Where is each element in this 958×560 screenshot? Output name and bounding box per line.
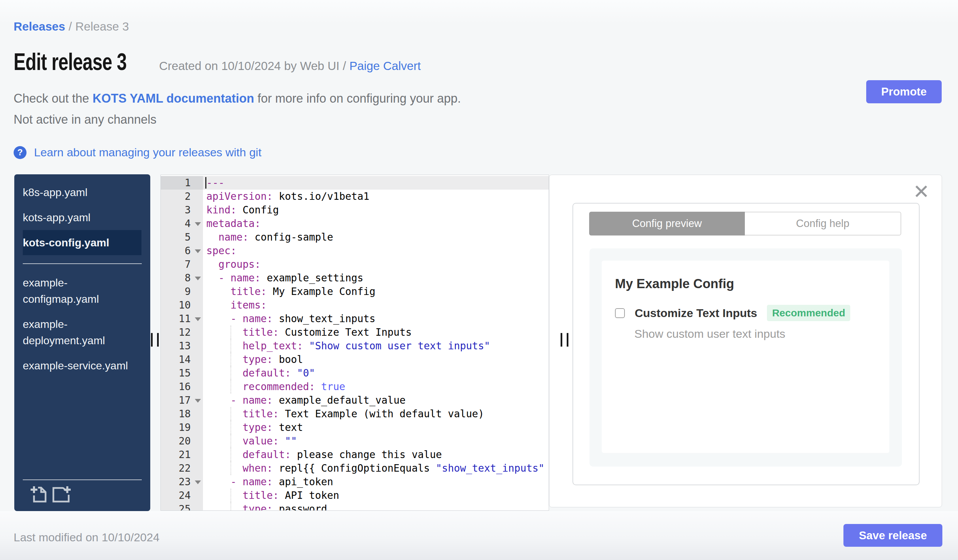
code-line-14: type: bool [203, 353, 549, 366]
gutter-line-15: 15 [161, 366, 203, 380]
gutter-line-18: 18 [161, 407, 203, 421]
promote-button[interactable]: Promote [866, 80, 942, 103]
created-text: Created on 10/10/2024 by Web UI / [159, 59, 349, 73]
save-release-button[interactable]: Save release [844, 524, 942, 547]
gutter-line-5: 5 [161, 230, 203, 244]
code-line-17: - name: example_default_value [203, 394, 549, 407]
gutter-line-21: 21 [161, 448, 203, 462]
channel-status-text: Not active in any channels [14, 112, 156, 127]
code-line-10: items: [203, 298, 549, 312]
file-tree-item-k8s-app.yaml[interactable]: k8s-app.yaml [23, 180, 141, 205]
file-tree-item-example-deployment.yaml[interactable]: example-deployment.yaml [23, 312, 141, 353]
code-line-24: title: API token [203, 489, 549, 502]
fold-toggle-icon[interactable] [195, 399, 201, 403]
editor-caret [205, 177, 206, 188]
file-tree-sidebar: k8s-app.yamlkots-app.yamlkots-config.yam… [14, 174, 150, 511]
file-tree-item-kots-config.yaml[interactable]: kots-config.yaml [23, 230, 141, 255]
gutter-line-6: 6 [161, 244, 203, 258]
yaml-editor[interactable]: 1234567891011121314151617181920212223242… [160, 175, 549, 511]
docs-hint-suffix: for more info on configuring your app. [254, 92, 461, 105]
code-line-12: title: Customize Text Inputs [203, 326, 549, 339]
tab-config-preview[interactable]: Config preview [589, 212, 745, 236]
code-line-1: --- [203, 176, 549, 190]
file-tree-divider [23, 263, 142, 264]
code-line-25: type: password [203, 502, 549, 511]
file-name: k8s-app.yaml [23, 184, 87, 201]
config-group-title: My Example Config [615, 277, 734, 291]
handle-bar [561, 333, 562, 346]
handle-bar [151, 333, 153, 346]
code-line-20: value: "" [203, 434, 549, 448]
fold-toggle-icon[interactable] [195, 277, 201, 280]
created-author-link[interactable]: Paige Calvert [349, 59, 421, 73]
code-line-7: groups: [203, 258, 549, 271]
gutter-line-2: 2 [161, 190, 203, 203]
config-preview-box: Config preview Config help My Example Co… [573, 203, 920, 485]
file-name: example-deployment.yaml [23, 316, 135, 349]
gutter-line-9: 9 [161, 285, 203, 298]
file-name: kots-config.yaml [23, 234, 109, 251]
title-row: Edit release 3 Created on 10/10/2024 by … [14, 48, 421, 76]
fold-toggle-icon[interactable] [195, 222, 201, 226]
gutter-line-19: 19 [161, 421, 203, 434]
gutter-line-22: 22 [161, 462, 203, 475]
breadcrumb: Releases/Release 3 [14, 20, 129, 33]
config-item-row: Customize Text Inputs Recommended [615, 305, 850, 321]
fold-toggle-icon[interactable] [195, 317, 201, 321]
gutter-line-20: 20 [161, 434, 203, 448]
code-line-9: title: My Example Config [203, 285, 549, 298]
new-folder-icon[interactable] [51, 485, 71, 504]
code-line-22: when: repl{{ ConfigOptionEquals "show_te… [203, 462, 549, 475]
file-name: example-service.yaml [23, 358, 128, 374]
file-tree-item-kots-app.yaml[interactable]: kots-app.yaml [23, 205, 141, 230]
gutter-line-3: 3 [161, 203, 203, 217]
fold-toggle-icon[interactable] [195, 250, 201, 253]
gutter-line-12: 12 [161, 326, 203, 339]
pane-resize-handle-left[interactable] [151, 333, 159, 346]
gutter-line-17: 17 [161, 394, 203, 407]
gutter-line-11: 11 [161, 312, 203, 326]
file-tree-footer-divider [23, 479, 142, 480]
file-tree-item-example-service.yaml[interactable]: example-service.yaml [23, 353, 141, 378]
file-name: example-configmap.yaml [23, 275, 135, 307]
config-item-label: Customize Text Inputs [635, 307, 757, 320]
code-line-21: default: please change this value [203, 448, 549, 462]
code-line-13: help_text: "Show custom user text inputs… [203, 339, 549, 353]
code-line-19: type: text [203, 421, 549, 434]
breadcrumb-releases-link[interactable]: Releases [14, 20, 65, 33]
pane-resize-handle-right[interactable] [561, 333, 568, 346]
handle-bar [157, 333, 159, 346]
new-file-icon[interactable] [30, 485, 47, 504]
docs-hint-prefix: Check out the [14, 92, 92, 105]
handle-bar [567, 333, 568, 346]
docs-hint-line: Check out the KOTS YAML documentation fo… [14, 92, 461, 106]
code-line-15: default: "0" [203, 366, 549, 380]
tab-config-help[interactable]: Config help [745, 212, 901, 236]
created-line: Created on 10/10/2024 by Web UI / Paige … [159, 59, 421, 73]
gutter-line-8: 8 [161, 271, 203, 285]
code-line-2: apiVersion: kots.io/v1beta1 [203, 190, 549, 203]
code-line-8: - name: example_settings [203, 271, 549, 285]
recommended-badge: Recommended [767, 305, 850, 321]
fold-toggle-icon[interactable] [195, 481, 201, 484]
learn-git-link[interactable]: Learn about managing your releases with … [34, 146, 262, 159]
code-line-23: - name: api_token [203, 475, 549, 489]
code-line-11: - name: show_text_inputs [203, 312, 549, 326]
gutter-line-1: 1 [161, 176, 203, 190]
file-tree-item-example-configmap.yaml[interactable]: example-configmap.yaml [23, 270, 141, 312]
code-line-18: title: Text Example (with default value) [203, 407, 549, 421]
breadcrumb-current: Release 3 [76, 20, 129, 33]
learn-row: ? Learn about managing your releases wit… [14, 146, 262, 159]
gutter-line-16: 16 [161, 380, 203, 394]
kots-yaml-doc-link[interactable]: KOTS YAML documentation [92, 92, 254, 105]
close-icon[interactable] [914, 184, 928, 198]
editor-code-area[interactable]: ---apiVersion: kots.io/v1beta1kind: Conf… [203, 176, 549, 511]
gutter-line-14: 14 [161, 353, 203, 366]
gutter-line-25: 25 [161, 502, 203, 511]
file-tree-footer [23, 479, 142, 504]
config-item-help-text: Show custom user text inputs [634, 327, 785, 340]
customize-text-inputs-checkbox[interactable] [615, 308, 625, 318]
page-title-wrap: Edit release 3 [14, 48, 149, 76]
code-line-16: recommended: true [203, 380, 549, 394]
gutter-line-7: 7 [161, 258, 203, 271]
